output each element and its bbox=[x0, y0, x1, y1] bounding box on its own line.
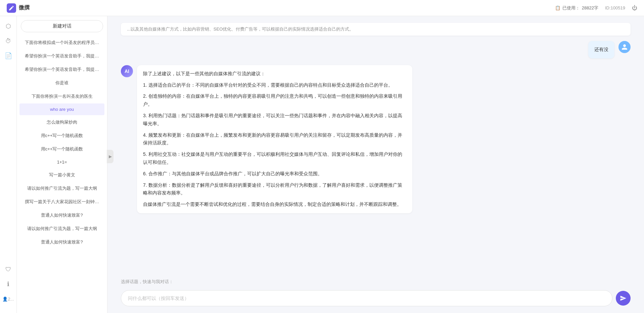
ai-para-2: 2. 创造独特的内容：在自媒体平台上，独特的内容更容易吸引用户的注意力和共鸣，可… bbox=[143, 92, 406, 108]
conv-item-15[interactable]: 请以如何推广引流为题，写一篇大纲 bbox=[19, 222, 104, 235]
user-bubble-1: 还有没 bbox=[588, 41, 614, 58]
conv-item-12[interactable]: 请以如何推广引流为题，写一篇大纲 bbox=[19, 182, 104, 195]
hexagon-nav-item[interactable]: ⬡ bbox=[2, 20, 14, 32]
icon-sidebar: ⬡ ⏱ 📄 🛡 ℹ 👤2... bbox=[0, 16, 17, 313]
conv-item-6[interactable]: who are you bbox=[19, 103, 104, 115]
ai-avatar: AI bbox=[121, 65, 133, 77]
conv-item-5[interactable]: 下面你将扮演一名叫圣友的医生 bbox=[19, 90, 104, 103]
usage-value: 28822字 bbox=[582, 5, 598, 11]
quick-prompts-area: 选择话题，快速与我对话： bbox=[107, 275, 644, 287]
chat-messages: ...以及其他自媒体推广方式，比如内容营销、SEO优化、付费广告等，可以根据自己… bbox=[107, 16, 644, 275]
ai-para-0: 除了上述建议，以下是一些其他的自媒体推广引流的建议： bbox=[143, 70, 406, 78]
ai-para-6: 6. 合作推广：与其他自媒体平台或品牌合作推广，可以扩大自己的曝光率和受众范围。 bbox=[143, 170, 406, 178]
ai-bubble-1: 除了上述建议，以下是一些其他的自媒体推广引流的建议： 1. 选择适合自己的平台：… bbox=[137, 65, 412, 213]
app-title: 微撰 bbox=[19, 4, 30, 11]
send-button[interactable] bbox=[616, 291, 631, 306]
ai-para-5: 5. 利用社交互动：社交媒体是与用户互动的重要平台，可以积极利用社交媒体与用户互… bbox=[143, 150, 406, 167]
conv-item-14[interactable]: 普通人如何快速致富? bbox=[19, 209, 104, 222]
conv-item-2[interactable]: 希望你扮演一个英语发音助手，我提供给你... bbox=[19, 50, 104, 62]
chat-input[interactable] bbox=[121, 290, 612, 306]
user-message-1: 还有没 bbox=[121, 41, 631, 58]
conv-item-8[interactable]: 用c++写一个随机函数 bbox=[19, 129, 104, 142]
shield-nav-item[interactable]: 🛡 bbox=[2, 263, 14, 275]
storage-icon: 📋 bbox=[555, 5, 560, 10]
topbar: 微撰 📋 已使用： 28822字 ID:100519 ⏻ bbox=[0, 0, 644, 16]
main-area: ...以及其他自媒体推广方式，比如内容营销、SEO优化、付费广告等，可以根据自己… bbox=[107, 16, 644, 313]
conv-item-9[interactable]: 用c++写一个随机函数 bbox=[19, 143, 104, 155]
power-icon[interactable]: ⏻ bbox=[632, 5, 637, 11]
logo-icon bbox=[7, 3, 16, 13]
id-badge: ID:100519 bbox=[605, 5, 625, 10]
quick-prompts-label: 选择话题，快速与我对话： bbox=[121, 279, 173, 285]
conv-item-10[interactable]: 1+1= bbox=[19, 156, 104, 168]
conv-item-13[interactable]: 撰写一篇关于八大家花园社区一刻钟便民生... bbox=[19, 195, 104, 208]
info-nav-item[interactable]: ℹ bbox=[2, 278, 14, 290]
topbar-right: 📋 已使用： 28822字 ID:100519 ⏻ bbox=[555, 5, 637, 11]
usage-label: 已使用： bbox=[562, 5, 580, 11]
conv-item-4[interactable]: 你是谁 bbox=[19, 77, 104, 89]
user-avatar bbox=[618, 41, 631, 53]
conv-item-1[interactable]: 下面你将模拟成一个叫圣友的程序员，我说... bbox=[19, 36, 104, 49]
conv-item-11[interactable]: 写一篇小黄文 bbox=[19, 169, 104, 181]
ai-para-3: 3. 利用热门话题：热门话题和事件是吸引用户的重要途径，可以关注一些热门话题和事… bbox=[143, 112, 406, 128]
ai-message-1: AI 除了上述建议，以下是一些其他的自媒体推广引流的建议： 1. 选择适合自己的… bbox=[121, 65, 631, 213]
user-nav-item[interactable]: 👤2... bbox=[2, 293, 14, 305]
partial-message: ...以及其他自媒体推广方式，比如内容营销、SEO优化、付费广告等，可以根据自己… bbox=[121, 23, 631, 36]
document-nav-item[interactable]: 📄 bbox=[2, 50, 14, 62]
conv-item-3[interactable]: 希望你扮演一个英语发音助手，我提供给你... bbox=[19, 63, 104, 76]
sidebar-collapse-button[interactable]: ▶ bbox=[107, 150, 113, 163]
ai-para-8: 自媒体推广引流是一个需要不断尝试和优化的过程，需要结合自身的实际情况，制定合适的… bbox=[143, 200, 406, 209]
ai-para-7: 7. 数据分析：数据分析是了解用户反馈和喜好的重要途径，可以分析用户行为和数据，… bbox=[143, 181, 406, 197]
conv-item-16[interactable]: 普通人如何快速致富? bbox=[19, 236, 104, 249]
ai-para-1: 1. 选择适合自己的平台：不同的自媒体平台针对的受众不同，需要根据自己的内容特点… bbox=[143, 81, 406, 89]
new-chat-button[interactable]: 新建对话 bbox=[21, 20, 103, 32]
usage-display: 📋 已使用： 28822字 bbox=[555, 5, 598, 11]
conversation-sidebar: 新建对话 下面你将模拟成一个叫圣友的程序员，我说... 希望你扮演一个英语发音助… bbox=[17, 16, 107, 313]
conv-item-7[interactable]: 怎么做狗屎炒肉 bbox=[19, 116, 104, 129]
clock-nav-item[interactable]: ⏱ bbox=[2, 35, 14, 47]
app-logo: 微撰 bbox=[7, 3, 30, 13]
input-area bbox=[107, 287, 644, 313]
ai-para-4: 4. 频繁发布和更新：在自媒体平台上，频繁发布和更新的内容更容易吸引用户的关注和… bbox=[143, 131, 406, 147]
